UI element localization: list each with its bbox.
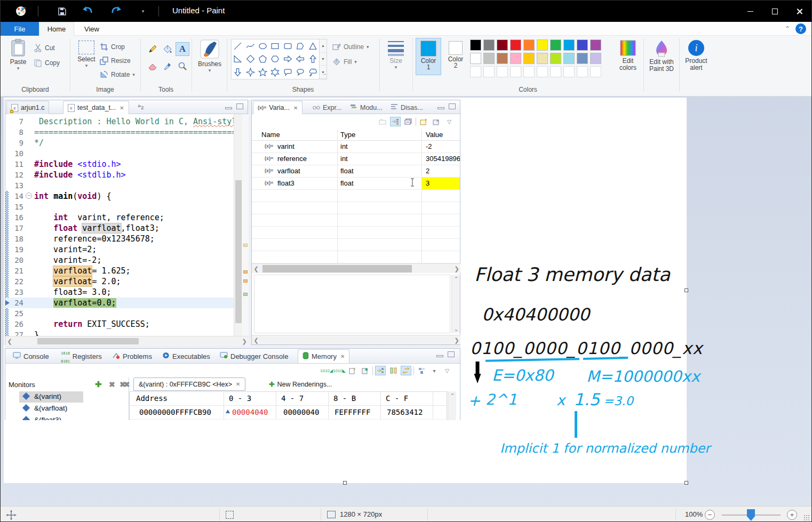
column-header-value[interactable]: Value (426, 131, 443, 139)
variable-row-reference[interactable]: (x)=referenceint305419896 (252, 153, 460, 165)
text-tool-button[interactable]: A (176, 42, 189, 56)
palette-color-#fff200[interactable] (537, 39, 548, 51)
column-header-name[interactable]: Name (261, 131, 280, 139)
shapes-scroll-down-icon[interactable]: ▼ (320, 53, 327, 66)
palette-empty-slot[interactable] (510, 66, 521, 77)
ruler-mark[interactable] (243, 293, 248, 296)
tab-home[interactable]: Home (39, 22, 74, 36)
view-tab-console[interactable]: Console (9, 349, 53, 363)
shapes-more-icon[interactable]: ▼̲ (320, 66, 327, 79)
view-tab-debugger-console[interactable]: Debugger Console (216, 349, 292, 363)
palette-color-#ffffff[interactable] (470, 53, 481, 64)
close-tab-icon[interactable]: ✕ (293, 105, 298, 111)
palette-empty-slot[interactable] (497, 66, 508, 77)
zoom-in-button[interactable]: + (787, 510, 797, 520)
palette-color-#ff7f27[interactable] (523, 39, 535, 51)
eraser-tool-button[interactable] (146, 59, 160, 73)
canvas-resize-handle-corner[interactable] (684, 481, 688, 485)
variable-row-float3[interactable]: (x)=float3float3 (252, 178, 460, 190)
editor-vscrollbar[interactable] (234, 114, 242, 336)
memory-column-4[interactable]: C - F (386, 394, 408, 403)
save-button[interactable] (54, 4, 70, 18)
column-header-type[interactable]: Type (340, 131, 355, 139)
shapes-scroll-up-icon[interactable]: ▲ (320, 39, 327, 53)
edit-with-paint3d-button[interactable]: Edit with Paint 3D (646, 40, 677, 73)
split-panes-icon[interactable] (388, 366, 399, 375)
variable-row-varfloat[interactable]: (x)=varfloatfloat2 (252, 165, 460, 178)
new-memory-view-icon[interactable] (347, 366, 357, 375)
palette-color-#b5e61d[interactable] (550, 53, 561, 64)
detail-vscrollbar[interactable]: ⌃ ⌄ (451, 275, 460, 333)
tab-modules[interactable]: Modu... (346, 101, 387, 114)
paint-canvas[interactable]: c arjun1.c c test_data_t... ✕ »2 (4, 98, 687, 483)
rendering-dropdown-icon[interactable]: ▾ (429, 366, 440, 375)
shape-arrow-left[interactable] (294, 53, 306, 66)
show-type-names-icon[interactable] (377, 117, 388, 126)
paint-app-icon[interactable] (14, 5, 27, 18)
palette-empty-slot[interactable] (563, 66, 575, 77)
remove-all-monitors-icon[interactable]: ✖✖ (120, 380, 128, 389)
edit-colors-button[interactable]: Edit colors (614, 40, 642, 71)
paste-button[interactable]: Paste ▾ (6, 39, 30, 70)
detail-hscrollbar[interactable]: ❮ ❯ (252, 335, 460, 344)
memory-data-row[interactable]: 00000000FFFFCB900000404000000040FEFFFFFF… (130, 406, 447, 420)
palette-color-#c8bfe7[interactable] (590, 53, 601, 64)
color-picker-tool-button[interactable] (161, 59, 174, 73)
palette-color-#b97a57[interactable] (497, 53, 508, 64)
palette-empty-slot[interactable] (483, 66, 495, 77)
palette-color-#880015[interactable] (497, 39, 508, 51)
pencil-tool-button[interactable] (146, 42, 160, 56)
color2-button[interactable]: Color 2 (443, 38, 468, 75)
canvas-resize-handle-bottom[interactable] (343, 481, 347, 485)
shape-callout-rounded[interactable] (282, 66, 294, 79)
shape-curve[interactable] (244, 39, 256, 53)
tab-overflow-indicator[interactable]: »2 (138, 102, 144, 110)
zoom-out-button[interactable]: − (705, 510, 715, 520)
memory-vscrollbar[interactable]: ⌃ (448, 391, 456, 420)
shape-diamond[interactable] (244, 53, 256, 66)
palette-color-#22b14c[interactable] (550, 39, 561, 51)
palette-color-#ffc90e[interactable] (523, 53, 535, 64)
monitor-item-varfloat[interactable]: &(varfloat) (5, 403, 129, 415)
shape-right-triangle[interactable] (232, 53, 244, 66)
redo-button[interactable] (108, 4, 124, 18)
cut-button[interactable]: Cut (34, 42, 55, 54)
memory-column-1[interactable]: 0 - 3 (229, 394, 251, 403)
memory-view-menu-icon[interactable]: ▽ (442, 366, 452, 375)
overview-ruler[interactable] (242, 114, 249, 336)
maximize-view-icon[interactable] (449, 103, 456, 109)
zoom-slider-thumb[interactable] (747, 509, 755, 521)
editor-hscrollbar[interactable]: ❮ ❯ (5, 336, 249, 346)
monitor-item-float3[interactable]: &(float3) (5, 415, 129, 420)
palette-empty-slot[interactable] (523, 66, 535, 77)
color1-button[interactable]: Color 1 (416, 38, 441, 75)
close-tab-icon[interactable]: ✕ (340, 354, 345, 359)
tab-disassembly[interactable]: Disas... (386, 101, 427, 114)
memory-rendering-tab[interactable]: &(varint) : 0xFFFFCB9C <Hex> ✕ (133, 378, 245, 391)
shape-line[interactable] (232, 39, 244, 53)
resize-grip[interactable] (804, 515, 809, 520)
fill-button[interactable]: Fill ▾ (332, 56, 357, 68)
close-rendering-icon[interactable]: ✕ (236, 381, 240, 387)
ruler-mark[interactable] (243, 270, 248, 274)
shape-arrow-right[interactable] (282, 53, 294, 66)
qat-dropdown-icon[interactable]: ▾ (135, 4, 151, 18)
view-tab-problems[interactable]: Problems (108, 349, 156, 363)
switch-layout-icon[interactable] (401, 366, 411, 375)
view-tab-registers[interactable]: 10100101Registers (57, 349, 106, 363)
undo-button[interactable] (79, 4, 95, 18)
canvas-resize-handle-right[interactable] (684, 288, 688, 292)
shape-arrow-down[interactable] (232, 66, 244, 79)
tab-variables[interactable]: (x)= Varia... ✕ (253, 101, 302, 114)
shape-star-5[interactable] (257, 66, 269, 79)
palette-color-#ed1c24[interactable] (510, 39, 521, 51)
add-rendering-icon[interactable]: 1010◢ (321, 366, 332, 375)
remove-monitor-icon[interactable]: ✖ (109, 380, 115, 389)
palette-empty-slot[interactable] (590, 66, 601, 77)
palette-color-#7f7f7f[interactable] (483, 39, 495, 51)
shape-rounded-rectangle[interactable] (282, 39, 294, 53)
ruler-mark[interactable] (243, 279, 248, 283)
view-tab-executables[interactable]: Executables (158, 349, 214, 363)
palette-color-#7092be[interactable] (577, 53, 588, 64)
product-alert-button[interactable]: i Product alert (681, 40, 711, 71)
